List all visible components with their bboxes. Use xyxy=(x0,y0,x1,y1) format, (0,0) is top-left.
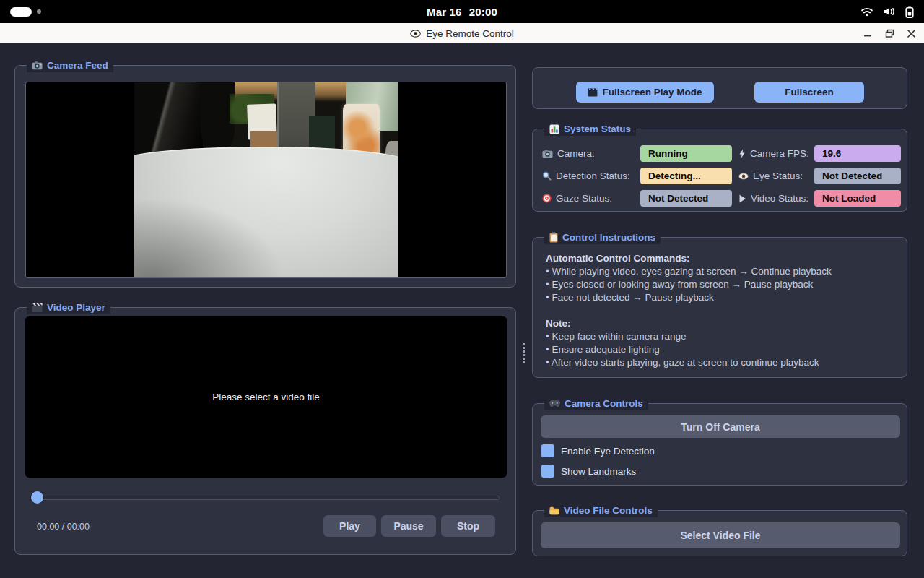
clipboard-icon xyxy=(549,232,558,243)
close-button[interactable] xyxy=(905,27,917,39)
camera-feed-label: Camera Feed xyxy=(27,59,113,72)
instructions-bullet: • Face not detected → Pause playback xyxy=(546,291,897,304)
show-landmarks-checkbox[interactable] xyxy=(541,465,554,478)
system-status-group: System Status Camera: Running Camera FPS… xyxy=(532,129,907,212)
enable-eye-detection-label: Enable Eye Detection xyxy=(561,446,655,457)
video-file-controls-label: Video File Controls xyxy=(544,504,658,517)
status-label-detection: Detection Status: xyxy=(542,168,630,184)
camera-controls-title: Camera Controls xyxy=(565,397,643,410)
show-landmarks-label: Show Landmarks xyxy=(561,466,636,477)
status-badge-camera-fps: 19.6 xyxy=(814,145,901,162)
video-player-title: Video Player xyxy=(47,301,105,314)
instructions-bullet: • After video starts playing, gaze at sc… xyxy=(546,356,897,369)
restore-button[interactable] xyxy=(884,27,895,39)
time-label: 00:00 / 00:00 xyxy=(37,522,90,532)
photo-table-shadow xyxy=(134,196,287,277)
control-instructions-title: Control Instructions xyxy=(562,230,655,244)
eye-icon xyxy=(410,30,421,38)
fullscreen-buttons-group: Fullscreen Play Mode Fullscreen xyxy=(532,67,907,109)
instructions-heading-2: Note: xyxy=(546,317,897,330)
gamepad-icon xyxy=(549,400,560,407)
clock[interactable]: Mar 16 20:00 xyxy=(0,0,924,23)
fullscreen-label: Fullscreen xyxy=(785,87,834,98)
clock-time: 20:00 xyxy=(469,6,497,18)
clapper-icon xyxy=(588,88,598,97)
seek-slider[interactable] xyxy=(25,490,507,504)
control-instructions-group: Control Instructions Automatic Control C… xyxy=(532,237,907,378)
clapper-icon xyxy=(32,303,43,313)
splitter-handle[interactable] xyxy=(521,343,527,363)
enable-eye-detection-row: Enable Eye Detection xyxy=(541,444,655,457)
video-file-controls-group: Video File Controls Select Video File xyxy=(532,510,907,556)
status-label-camera-fps: Camera FPS: xyxy=(738,145,809,162)
turn-off-camera-button[interactable]: Turn Off Camera xyxy=(541,415,900,438)
control-instructions-label: Control Instructions xyxy=(544,230,661,244)
play-icon xyxy=(738,194,746,203)
seek-slider-track[interactable] xyxy=(32,496,500,500)
system-top-bar: Mar 16 20:00 xyxy=(0,0,924,23)
camera-feed-group: Camera Feed xyxy=(14,65,516,288)
camera-controls-group: Camera Controls Turn Off Camera Enable E… xyxy=(532,403,907,486)
status-label-video: Video Status: xyxy=(738,190,808,207)
enable-eye-detection-checkbox[interactable] xyxy=(541,444,554,457)
instructions-bullet: • Ensure adequate lighting xyxy=(546,343,897,356)
camera-feed-title: Camera Feed xyxy=(47,59,108,72)
status-badge-video: Not Loaded xyxy=(814,190,901,207)
status-label-eye: Eye Status: xyxy=(738,168,803,184)
play-button[interactable]: Play xyxy=(323,515,376,537)
video-player-group: Video Player Please select a video file … xyxy=(14,307,516,555)
instructions-bullet: • Eyes closed or looking away from scree… xyxy=(546,278,897,291)
show-landmarks-row: Show Landmarks xyxy=(541,465,636,478)
window-title-text: Eye Remote Control xyxy=(426,28,514,39)
clock-date: Mar 16 xyxy=(427,6,462,18)
stop-button[interactable]: Stop xyxy=(441,515,495,537)
status-badge-camera: Running xyxy=(640,145,732,162)
status-label-gaze: Gaze Status: xyxy=(542,190,612,207)
instructions-text: Automatic Control Commands: • While play… xyxy=(546,252,897,369)
status-badge-detection: Detecting... xyxy=(640,168,732,184)
video-placeholder-text: Please select a video file xyxy=(212,392,320,402)
main-content: Camera Feed xyxy=(0,43,924,578)
instructions-gap xyxy=(546,304,897,317)
camera-feed-image xyxy=(25,82,507,278)
status-label-camera: Camera: xyxy=(542,145,595,162)
system-tray[interactable] xyxy=(860,0,914,23)
seek-slider-handle[interactable] xyxy=(31,491,43,504)
bar-chart-icon xyxy=(549,124,559,134)
camera-photo xyxy=(134,82,398,277)
system-status-label: System Status xyxy=(544,122,636,136)
select-video-file-button[interactable]: Select Video File xyxy=(541,522,900,548)
camera-controls-label: Camera Controls xyxy=(544,397,648,410)
fullscreen-play-mode-label: Fullscreen Play Mode xyxy=(602,87,702,98)
status-badge-eye: Not Detected xyxy=(814,168,901,184)
fullscreen-play-mode-button[interactable]: Fullscreen Play Mode xyxy=(576,82,714,103)
eye-icon xyxy=(738,173,749,180)
camera-icon xyxy=(542,149,553,158)
lightning-icon xyxy=(738,149,746,158)
status-badge-gaze: Not Detected xyxy=(640,190,732,207)
window-titlebar[interactable]: Eye Remote Control xyxy=(0,23,924,44)
video-display: Please select a video file xyxy=(25,316,507,478)
volume-icon xyxy=(883,7,896,17)
battery-icon xyxy=(905,6,914,18)
wifi-icon xyxy=(860,7,873,17)
instructions-bullet: • Keep face within camera range xyxy=(546,330,897,343)
target-icon xyxy=(542,194,552,203)
folder-icon xyxy=(549,506,559,515)
minimize-button[interactable] xyxy=(862,27,873,39)
instructions-bullet: • While playing video, eyes gazing at sc… xyxy=(546,265,897,278)
video-file-controls-title: Video File Controls xyxy=(564,504,653,517)
camera-icon xyxy=(32,61,43,70)
system-status-title: System Status xyxy=(564,122,631,136)
pause-button[interactable]: Pause xyxy=(381,515,436,537)
instructions-heading-1: Automatic Control Commands: xyxy=(546,252,897,265)
fullscreen-button[interactable]: Fullscreen xyxy=(754,82,864,103)
video-player-label: Video Player xyxy=(27,301,110,314)
magnifier-icon xyxy=(542,171,552,181)
window-title: Eye Remote Control xyxy=(0,23,924,43)
